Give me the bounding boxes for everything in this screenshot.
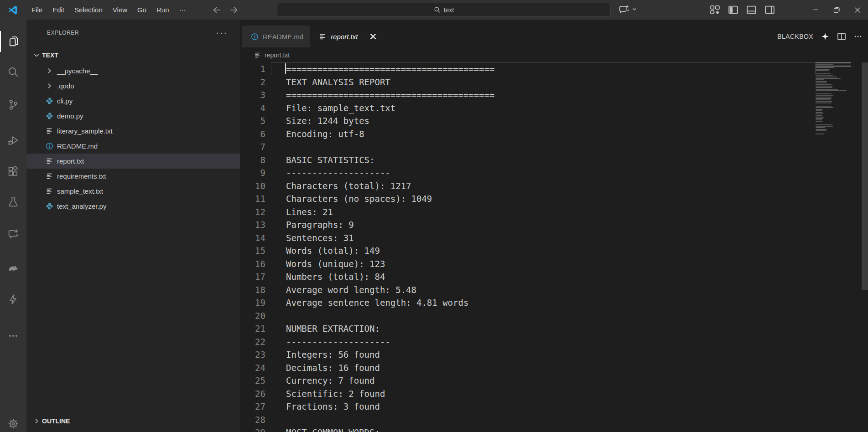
settings-gear-icon[interactable]: [0, 413, 26, 432]
run-debug-icon[interactable]: [0, 130, 26, 151]
source-control-icon[interactable]: [0, 94, 26, 115]
chat-icon[interactable]: [0, 223, 26, 244]
restore-button[interactable]: [826, 0, 847, 20]
minimap-line: [816, 89, 838, 90]
copilot-button[interactable]: [619, 3, 637, 15]
folder-item---pycache--[interactable]: __pycache__: [26, 63, 240, 78]
file-label: cli.py: [57, 97, 73, 105]
workspace-section-header[interactable]: TEXT: [26, 47, 240, 62]
explorer-icon[interactable]: [0, 31, 26, 52]
toggle-secondary-sidebar-icon[interactable]: [764, 5, 775, 15]
line-number: 19: [240, 296, 265, 309]
minimap-line: [816, 97, 832, 98]
extensions-icon[interactable]: [0, 161, 26, 182]
minimap-line: [816, 86, 832, 87]
editor-group: README.mdreport.txt BLACKBOX report.txt: [240, 20, 868, 432]
file-item-demo-py[interactable]: demo.py: [26, 108, 240, 123]
blackbox-sparkle-icon[interactable]: [821, 32, 830, 41]
line-number: 13: [240, 218, 265, 231]
code-line-14: 14Sentences: 31: [240, 231, 816, 245]
menu-go[interactable]: Go: [132, 4, 151, 16]
line-number: 6: [240, 128, 265, 141]
txt-file-icon: [46, 127, 53, 135]
explorer-more-actions-icon[interactable]: ···: [216, 27, 228, 38]
tabs: README.mdreport.txt: [242, 26, 385, 47]
line-number: 28: [240, 413, 265, 427]
testing-icon[interactable]: [0, 191, 26, 212]
line-number: 27: [240, 400, 265, 413]
line-number: 29: [240, 426, 265, 432]
file-item-readme-md[interactable]: README.md: [26, 139, 240, 154]
file-label: report.txt: [57, 157, 84, 165]
minimap-line: [816, 129, 827, 130]
minimap-line: [816, 66, 851, 67]
tab-report-txt[interactable]: report.txt: [310, 26, 385, 47]
scrollbar-thumb[interactable]: [862, 62, 868, 290]
code-line-18: 18Average word length: 5.48: [240, 283, 816, 297]
line-text: Characters (no spaces): 1049: [286, 192, 432, 206]
menu-[interactable]: ···: [174, 4, 191, 16]
minimap-line: [816, 98, 832, 99]
tab-readme-md[interactable]: README.md: [242, 26, 310, 47]
file-item-text-analyzer-py[interactable]: text_analyzer.py: [26, 199, 240, 214]
minimap-line: [816, 110, 822, 111]
menu-view[interactable]: View: [108, 4, 132, 16]
outline-label: OUTLINE: [42, 417, 70, 425]
explorer-sidebar: EXPLORER ··· TEXT __pycache__.qodocli.py…: [26, 20, 240, 432]
minimap[interactable]: [816, 62, 861, 432]
search-icon: [434, 6, 441, 13]
line-number: 18: [240, 283, 265, 297]
customize-layout-icon[interactable]: [710, 5, 720, 15]
close-button[interactable]: [847, 0, 868, 20]
minimap-line: [816, 95, 833, 96]
file-item-literary-sample-txt[interactable]: literary_sample.txt: [26, 123, 240, 139]
code-line-17: 17Numbers (total): 84: [240, 270, 816, 283]
line-text: BASIC STATISTICS:: [286, 154, 374, 167]
line-number: 22: [240, 335, 265, 349]
line-text: Average sentence length: 4.81 words: [286, 296, 468, 309]
lightning-icon[interactable]: [0, 289, 26, 310]
tab-close-icon[interactable]: [368, 31, 378, 41]
code-editor[interactable]: 1=======================================…: [240, 62, 816, 432]
minimize-button[interactable]: [805, 0, 826, 20]
search-view-icon[interactable]: [0, 62, 26, 82]
code-line-8: 8BASIC STATISTICS:: [240, 154, 816, 167]
menu-edit[interactable]: Edit: [47, 4, 69, 16]
python-file-icon: [46, 112, 53, 120]
vscode-window: FileEditSelectionViewGoRun··· text: [0, 0, 868, 432]
back-arrow-icon[interactable]: [212, 5, 222, 15]
folder-item--qodo[interactable]: .qodo: [26, 78, 240, 93]
txt-file-icon: [319, 33, 327, 41]
qodo-animal-icon[interactable]: [0, 257, 26, 278]
minimap-line: [816, 84, 832, 85]
split-editor-icon[interactable]: [837, 32, 846, 41]
toggle-panel-icon[interactable]: [746, 5, 757, 15]
more-actions-icon[interactable]: [853, 32, 863, 41]
more-views-icon[interactable]: [0, 325, 26, 346]
breadcrumb[interactable]: report.txt: [240, 47, 868, 62]
tab-label: report.txt: [331, 33, 358, 41]
line-text: ========================================: [286, 62, 495, 76]
breadcrumb-file: report.txt: [265, 51, 290, 59]
toggle-primary-sidebar-icon[interactable]: [728, 5, 738, 15]
minimap-line: [816, 121, 823, 122]
command-center-search[interactable]: text: [277, 3, 611, 17]
file-item-cli-py[interactable]: cli.py: [26, 93, 240, 108]
code-line-20: 20: [240, 309, 816, 323]
line-number: 12: [240, 206, 265, 219]
file-item-sample-text-txt[interactable]: sample_text.txt: [26, 184, 240, 199]
file-label: sample_text.txt: [57, 187, 103, 195]
line-text: Lines: 21: [286, 206, 333, 219]
menu-file[interactable]: File: [26, 4, 47, 16]
outline-section-header[interactable]: OUTLINE: [26, 413, 240, 429]
file-item-requirements-txt[interactable]: requirements.txt: [26, 169, 240, 184]
code-line-27: 27Fractions: 3 found: [240, 400, 816, 413]
forward-arrow-icon[interactable]: [229, 5, 239, 15]
menu-selection[interactable]: Selection: [69, 4, 108, 16]
minimap-line: [816, 106, 832, 107]
chevron-right-icon: [33, 417, 40, 425]
line-text: Size: 1244 bytes: [286, 114, 369, 128]
line-text: File: sample_text.txt: [286, 102, 395, 115]
file-item-report-txt[interactable]: report.txt: [26, 154, 240, 169]
menu-run[interactable]: Run: [151, 4, 174, 16]
